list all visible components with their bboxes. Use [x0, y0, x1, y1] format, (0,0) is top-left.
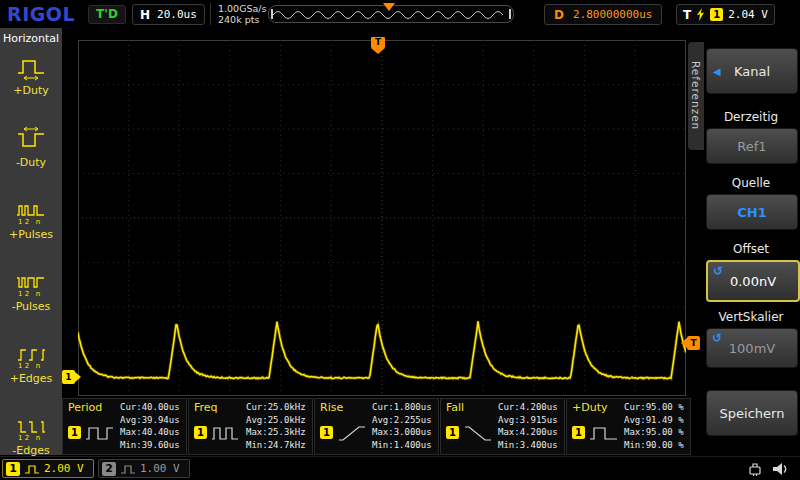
vertskalier-header: VertSkalier [706, 310, 796, 324]
sidebar-item-plus-pulses[interactable]: 1 2 n +Pulses [0, 192, 62, 264]
fall-icon [463, 423, 493, 443]
top-status-bar: RIGOL T'D H 20.0us 1.00GSa/s 240k pts D … [0, 0, 800, 28]
rise-icon [337, 423, 367, 443]
minus-duty-icon [16, 125, 46, 155]
trigger-slope-icon [696, 8, 705, 21]
meas-avg: Avg:91.49 % [624, 414, 684, 427]
delay-value: 2.80000000us [573, 8, 652, 21]
back-arrow-icon: ◀ [713, 66, 721, 77]
quelle-ch1-button[interactable]: CH1 [706, 194, 798, 230]
meas-max: Max:40.40us [120, 426, 180, 439]
svg-text:1 2 n: 1 2 n [18, 290, 40, 298]
meas-cur: Cur:1.800us [372, 401, 432, 414]
delay-box[interactable]: D 2.80000000us [544, 4, 662, 25]
sidebar-item-minus-pulses[interactable]: 1 2 n -Pulses [0, 264, 62, 336]
measurement-freq[interactable]: Freq 1 Cur:25.0kHz Avg:25.0kHz Max:25.3k… [188, 398, 313, 455]
h-scale-value: 20.0us [157, 8, 197, 21]
usb-icon [746, 461, 764, 477]
oscilloscope-screen: RIGOL T'D H 20.0us 1.00GSa/s 240k pts D … [0, 0, 800, 480]
trigger-level-value: 2.04 V [728, 8, 768, 21]
h-label: H [140, 8, 150, 22]
softkey-menu: ◀ Kanal Derzeitig Ref1 Quelle CH1 Offset… [706, 28, 798, 456]
svg-text:1 2 n: 1 2 n [18, 218, 40, 226]
minus-edges-icon: 1 2 n [16, 413, 46, 443]
rigol-logo: RIGOL [7, 3, 75, 25]
svg-text:1 2 n: 1 2 n [18, 434, 40, 442]
t-label: T [683, 8, 691, 22]
channel1-position-marker[interactable]: 1 [62, 370, 75, 384]
trigger-status-badge: T'D [88, 5, 126, 24]
duty-icon [589, 423, 619, 443]
derzeitig-header: Derzeitig [706, 110, 796, 124]
horizontal-scale-box[interactable]: H 20.0us [132, 4, 205, 25]
meas-max: Max:95.00 % [624, 426, 684, 439]
meas-max: Max:4.200us [498, 426, 558, 439]
sidebar-item-minus-duty[interactable]: -Duty [0, 120, 62, 192]
sidebar-item-plus-edges[interactable]: 1 2 n +Edges [0, 336, 62, 408]
meas-avg: Avg:3.915us [498, 414, 558, 427]
meas-max: Max:25.3kHz [246, 426, 306, 439]
d-label: D [554, 8, 564, 22]
quelle-value: CH1 [737, 205, 766, 220]
meas-avg: Avg:25.0kHz [246, 414, 306, 427]
plus-pulses-icon: 1 2 n [16, 197, 46, 227]
meas-min: Min:90.00 % [624, 439, 684, 452]
ref1-button[interactable]: Ref1 [706, 128, 798, 164]
meas-min: Min:3.400us [498, 439, 558, 452]
channel1-status[interactable]: 1 2.00 V [2, 459, 94, 478]
bottom-status-bar: 1 2.00 V 2 1.00 V [0, 456, 800, 480]
channel-badge: 1 [194, 426, 207, 439]
quelle-header: Quelle [706, 176, 796, 190]
offset-button[interactable]: ↺ 0.00nV [706, 260, 800, 302]
ref1-label: Ref1 [737, 139, 766, 154]
acquisition-info: 1.00GSa/s 240k pts [210, 3, 267, 25]
waveform-preview-bar[interactable] [268, 5, 514, 23]
meas-avg: Avg:39.94us [120, 414, 180, 427]
meas-cur: Cur:40.00us [120, 401, 180, 414]
meas-cur: Cur:4.200us [498, 401, 558, 414]
channel-badge: 1 [572, 426, 585, 439]
kanal-label: Kanal [734, 64, 770, 79]
channel1-badge: 1 [6, 462, 20, 476]
trigger-position-marker[interactable]: T [371, 37, 385, 54]
meas-cur: Cur:95.00 % [624, 401, 684, 414]
speaker-icon[interactable] [770, 460, 790, 478]
channel-badge: 1 [68, 426, 81, 439]
measurement-fall[interactable]: Fall 1 Cur:4.200us Avg:3.915us Max:4.200… [440, 398, 565, 455]
vertskalier-value: 100mV [729, 341, 775, 356]
measurement-period[interactable]: Period 1 Cur:40.00us Avg:39.94us Max:40.… [62, 398, 187, 455]
svg-text:1 2 n: 1 2 n [18, 362, 40, 370]
waveform-display: T T 1 [78, 40, 686, 396]
meas-max: Max:3.000us [372, 426, 432, 439]
channel-badge: 1 [446, 426, 459, 439]
memory-depth: 240k pts [218, 14, 267, 25]
channel-badge: 1 [320, 426, 333, 439]
sidebar-item-plus-duty[interactable]: +Duty [0, 48, 62, 120]
undo-arrow-icon: ↺ [712, 331, 722, 345]
channel2-status[interactable]: 2 1.00 V [98, 459, 190, 478]
meas-min: Min:1.400us [372, 439, 432, 452]
channel1-scale: 2.00 V [44, 462, 84, 475]
trigger-position-mini-marker[interactable] [383, 3, 395, 17]
measurement-rise[interactable]: Rise 1 Cur:1.800us Avg:2.255us Max:3.000… [314, 398, 439, 455]
vertskalier-button[interactable]: ↺ 100mV [706, 328, 798, 368]
speichern-button[interactable]: Speichern [706, 390, 798, 436]
horizontal-menu-panel: Horizontal +Duty -Duty 1 2 n +Pulses [0, 28, 62, 455]
minus-pulses-icon: 1 2 n [16, 269, 46, 299]
panel-title: Horizontal [0, 28, 62, 48]
plus-edges-icon: 1 2 n [16, 341, 46, 371]
meas-avg: Avg:2.255us [372, 414, 432, 427]
measurement-plus-duty[interactable]: +Duty 1 Cur:95.00 % Avg:91.49 % Max:95.0… [566, 398, 691, 455]
measurements-panel: Period 1 Cur:40.00us Avg:39.94us Max:40.… [62, 398, 691, 455]
undo-arrow-icon: ↺ [713, 264, 723, 278]
meas-cur: Cur:25.0kHz [246, 401, 306, 414]
trigger-level-marker[interactable]: T [687, 336, 700, 350]
sample-rate: 1.00GSa/s [218, 3, 267, 14]
kanal-button[interactable]: ◀ Kanal [706, 48, 798, 94]
menu-tab-referenzen[interactable]: Referenzen [688, 42, 704, 150]
channel2-scale: 1.00 V [140, 462, 180, 475]
trigger-info-box[interactable]: T 1 2.04 V [676, 4, 775, 25]
speichern-label: Speichern [720, 406, 785, 421]
freq-icon [211, 423, 241, 443]
waveform-plot [78, 40, 686, 396]
